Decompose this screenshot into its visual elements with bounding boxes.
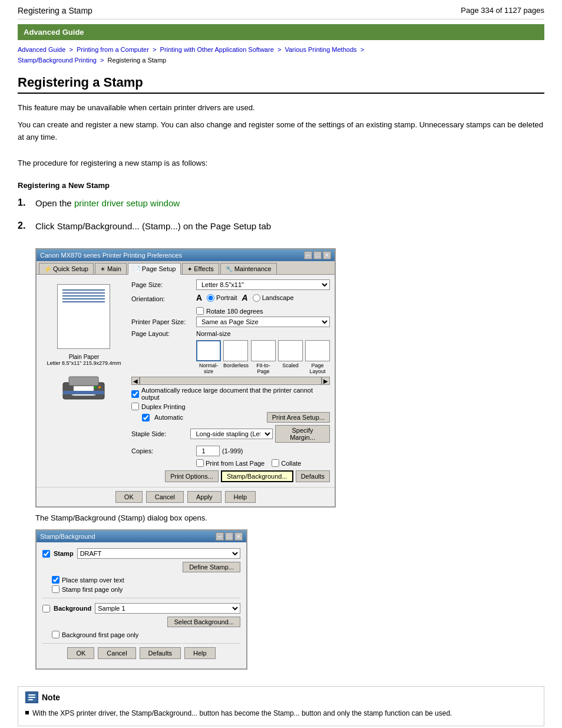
page-layout-value: Normal-size (196, 330, 231, 337)
copies-label: Copies: (131, 447, 196, 454)
define-stamp-btn[interactable]: Define Stamp... (183, 562, 240, 572)
specify-margin-btn[interactable]: Specify Margin... (275, 425, 330, 443)
background-dropdown[interactable]: Sample 1 (95, 603, 240, 614)
tab-effects[interactable]: ✦Effects (182, 263, 219, 274)
print-area-setup-btn[interactable]: Print Area Setup... (267, 412, 330, 423)
dialog-footer: OK Cancel Apply Help (37, 487, 335, 506)
auto-reduce-checkbox[interactable] (131, 390, 139, 398)
apply-btn[interactable]: Apply (187, 491, 222, 503)
print-options-btn[interactable]: Print Options... (165, 470, 219, 482)
tab-maintenance[interactable]: 🔧Maintenance (220, 263, 277, 274)
duplex-options: Automatic Print Area Setup... (142, 412, 330, 423)
stamp-dialog-titlebar: Stamp/Background ─ □ ✕ (37, 531, 246, 542)
landscape-radio[interactable]: Landscape (253, 294, 294, 302)
page-layout-row: Page Layout: Normal-size (131, 330, 330, 337)
dialog-tabs: ⚡Quick Setup ☀Main 📄Page Setup ✦Effects … (37, 261, 335, 275)
caption-1: The Stamp/Background (Stamp) dialog box … (35, 513, 336, 522)
stamp-minimize-btn[interactable]: ─ (216, 532, 224, 541)
stamp-close-btn[interactable]: ✕ (234, 532, 243, 541)
titlebar-buttons: ─ □ ✕ (304, 251, 331, 259)
stamp-background-btn[interactable]: Stamp/Background... (221, 470, 293, 482)
rotate-checkbox[interactable] (196, 307, 204, 315)
portrait-radio[interactable]: Portrait (207, 294, 237, 302)
stamp-cancel-btn[interactable]: Cancel (98, 647, 135, 659)
place-over-text-checkbox[interactable] (52, 576, 59, 584)
note-item-1: With the XPS printer driver, the Stamp/B… (25, 708, 537, 719)
copies-range: (1-999) (222, 447, 243, 454)
defaults-btn[interactable]: Defaults (296, 470, 330, 482)
step-2: 2. Click Stamp/Background... (Stamp...) … (18, 220, 544, 233)
cancel-btn[interactable]: Cancel (146, 491, 184, 503)
help-btn[interactable]: Help (225, 491, 256, 503)
page-size-label: Page Size: (131, 281, 196, 288)
stamp-defaults-btn[interactable]: Defaults (140, 647, 181, 659)
stamp-dialog-footer: OK Cancel Defaults Help (42, 643, 240, 663)
dialog-title: Canon MX870 series Printer Printing Pref… (40, 252, 182, 259)
orientation-row: Orientation: A Portrait A Landscape (131, 293, 330, 304)
tab-quick-setup[interactable]: ⚡Quick Setup (39, 263, 94, 274)
staple-side-row: Staple Side: Long-side stapling (Left) S… (131, 425, 330, 443)
note-title: Note (42, 693, 60, 702)
stamp-help-btn[interactable]: Help (184, 647, 216, 659)
stamp-checkbox[interactable] (42, 550, 50, 558)
scrollbar-track[interactable] (140, 377, 322, 385)
breadcrumb-printing-computer[interactable]: Printing from a Computer (77, 46, 149, 53)
stamp-maximize-btn[interactable]: □ (225, 532, 233, 541)
copies-input[interactable] (196, 446, 220, 456)
select-background-btn[interactable]: Select Background... (167, 617, 240, 627)
stamp-dialog-title: Stamp/Background (40, 533, 95, 540)
minimize-btn[interactable]: ─ (304, 251, 312, 259)
page-layout-label: Page Layout: (131, 330, 196, 337)
printer-icon (57, 372, 110, 404)
ok-btn[interactable]: OK (115, 491, 143, 503)
duplex-checkbox[interactable] (131, 403, 139, 410)
automatic-checkbox[interactable] (142, 414, 150, 421)
dialog-titlebar: Canon MX870 series Printer Printing Pref… (37, 249, 335, 261)
place-over-text-label: Place stamp over text (62, 577, 124, 584)
layout-page-layout[interactable]: Page Layout (305, 340, 330, 374)
layout-fit-page[interactable]: Fit-to-Page (251, 340, 276, 374)
step-1-number: 1. (18, 197, 35, 208)
printer-paper-size-row: Printer Paper Size: Same as Page Size (131, 317, 330, 327)
background-checkbox[interactable] (42, 605, 50, 612)
dialog-bottom-buttons: Print Options... Stamp/Background... Def… (131, 470, 330, 482)
tab-page-setup[interactable]: 📄Page Setup (128, 263, 181, 275)
note-text-1: With the XPS printer driver, the Stamp/B… (32, 708, 452, 719)
bullet-icon (25, 711, 29, 714)
stamp-dialog-body: Stamp DRAFT Define Stamp... Place stamp … (37, 542, 246, 668)
close-btn[interactable]: ✕ (323, 251, 331, 259)
layout-borderless[interactable]: Borderless (223, 340, 249, 374)
stamp-first-page-checkbox[interactable] (52, 585, 59, 593)
tab-main[interactable]: ☀Main (95, 263, 127, 274)
printer-paper-size-select[interactable]: Same as Page Size (196, 317, 330, 327)
breadcrumb-advanced-guide[interactable]: Advanced Guide (18, 46, 65, 53)
breadcrumb-various-methods[interactable]: Various Printing Methods (285, 46, 356, 53)
svg-rect-8 (28, 694, 35, 696)
orientation-radios: A Portrait A Landscape (196, 293, 294, 302)
dialog-body: Plain Paper Letter 8.5"x11" 215.9x279.4m… (37, 275, 335, 487)
printer-dialog: Canon MX870 series Printer Printing Pref… (35, 248, 336, 508)
stamp-ok-btn[interactable]: OK (67, 647, 94, 659)
rotate-label: Rotate 180 degrees (206, 308, 263, 315)
layout-normal[interactable]: Normal-size (196, 340, 221, 374)
staple-side-select[interactable]: Long-side stapling (Left) (190, 429, 273, 439)
scroll-right[interactable]: ▶ (322, 377, 330, 385)
breadcrumb: Advanced Guide > Printing from a Compute… (18, 45, 544, 65)
page-number: Page 334 of 1127 pages (461, 6, 544, 15)
intro-text-2: You can create and register a new stamp.… (18, 119, 544, 144)
stamp-dropdown[interactable]: DRAFT (77, 548, 240, 559)
printer-driver-link[interactable]: printer driver setup window (74, 198, 180, 208)
paper-lines (62, 289, 105, 304)
bg-first-page-row: Background first page only (52, 631, 240, 638)
separator (42, 598, 240, 598)
layout-scaled[interactable]: Scaled (278, 340, 303, 374)
copies-row: Copies: (1-999) (131, 446, 330, 456)
rotate-row: Rotate 180 degrees (196, 307, 330, 315)
printer-paper-size-label: Printer Paper Size: (131, 318, 196, 325)
breadcrumb-stamp-background[interactable]: Stamp/Background Printing (18, 57, 97, 64)
page-size-select[interactable]: Letter 8.5"x11" (196, 279, 330, 290)
breadcrumb-printing-other-app[interactable]: Printing with Other Application Software (160, 46, 274, 53)
maximize-btn[interactable]: □ (313, 251, 322, 259)
scroll-left[interactable]: ◀ (131, 377, 140, 385)
bg-first-page-checkbox[interactable] (52, 631, 59, 638)
